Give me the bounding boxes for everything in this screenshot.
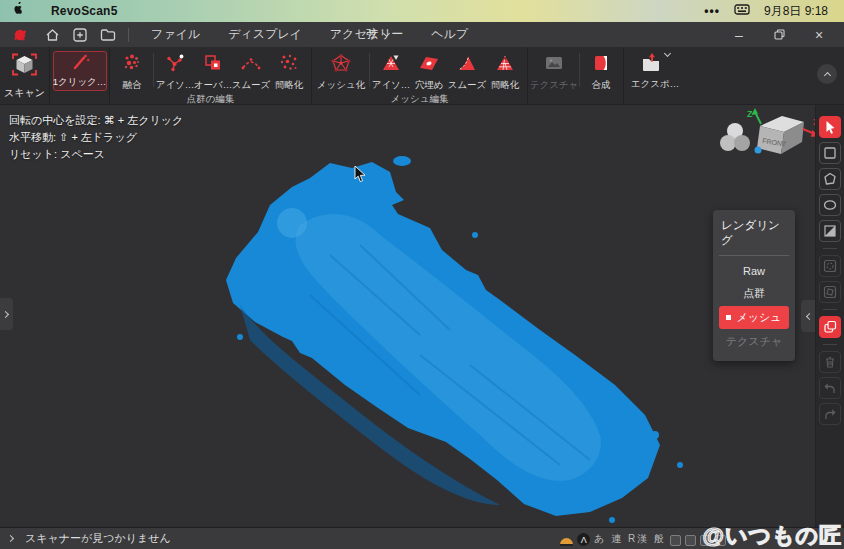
ime-toolbar[interactable]: Λ あ 連 R漢 般 <box>560 532 726 546</box>
open-project-button[interactable] <box>98 26 118 44</box>
selected-square-icon <box>726 315 731 320</box>
fuse-button-label: 融合 <box>123 79 142 92</box>
texture-button: テクスチャ <box>531 47 577 92</box>
simplify-mesh-button[interactable]: 簡略化 <box>486 47 524 92</box>
select-ellipse-button[interactable] <box>819 194 841 216</box>
mesh-create-icon <box>330 53 352 77</box>
isolation-mesh-icon <box>380 53 402 77</box>
scan-mesh-model[interactable] <box>0 105 815 527</box>
isolation-mesh-button[interactable]: アイソ… <box>372 47 410 92</box>
collapse-toolbar-button[interactable] <box>817 64 837 84</box>
menu-help[interactable]: ヘルプ <box>417 26 482 43</box>
sidebar-divider <box>823 309 837 310</box>
restore-button[interactable] <box>766 25 792 45</box>
undo-button <box>819 377 841 399</box>
isolation-points-button[interactable]: アイソ… <box>156 47 194 92</box>
window-controls: – × <box>726 25 832 45</box>
chevron-down-icon <box>664 50 671 57</box>
ime-dome-icon <box>560 538 573 546</box>
keyboard-status-icon[interactable] <box>734 4 750 18</box>
export-button[interactable]: エクスポ… <box>624 47 686 104</box>
toolbar-divider <box>153 53 154 87</box>
cursor-pointer-icon <box>354 166 366 183</box>
watermark-text: @いつもの匠 <box>702 521 842 549</box>
transform-button <box>819 281 841 303</box>
mesh-create-button[interactable]: メッシュ化 <box>315 47 367 92</box>
macos-menubar: RevoScan5 ••• 9月8日 9:18 <box>0 0 844 22</box>
texture-icon <box>543 53 565 77</box>
chevron-right-icon[interactable] <box>7 535 14 542</box>
point-cloud-group: 融合 アイソ… オーバ… <box>110 47 312 104</box>
chevron-up-icon <box>823 72 830 79</box>
menu-file[interactable]: ファイル <box>137 26 214 43</box>
smooth-points-button[interactable]: スムーズ <box>232 47 270 92</box>
select-cursor-icon <box>822 119 838 135</box>
render-option-mesh-label: メッシュ <box>736 310 781 325</box>
one-click-button[interactable]: 1クリック… <box>53 51 107 91</box>
menu-display[interactable]: ディスプレイ <box>214 26 316 43</box>
duplicate-button[interactable] <box>819 316 841 338</box>
select-rectangle-button[interactable] <box>819 142 841 164</box>
render-option-raw[interactable]: Raw <box>719 261 789 281</box>
fill-holes-icon <box>418 53 440 77</box>
render-option-texture: テクスチャ <box>719 330 789 353</box>
left-panel-expand-tab[interactable] <box>0 298 13 330</box>
fuse-points-icon <box>121 53 143 77</box>
overlap-button-label: オーバ… <box>194 79 232 92</box>
selection-sidebar <box>815 105 844 527</box>
texture-button-label: テクスチャ <box>530 79 579 92</box>
isolation-points-icon <box>164 53 186 77</box>
delete-icon <box>822 354 838 370</box>
deselect-icon <box>822 258 838 274</box>
export-button-label: エクスポ… <box>631 78 679 91</box>
home-button[interactable] <box>42 26 62 44</box>
select-polygon-icon <box>822 171 838 187</box>
render-option-pointcloud[interactable]: 点群 <box>719 282 789 305</box>
mesh-create-label: メッシュ化 <box>317 79 365 92</box>
fill-holes-button[interactable]: 穴埋め <box>410 47 448 92</box>
project-tab[interactable]: 弦 <box>366 26 389 43</box>
viewport-hints: 回転の中心を設定: ⌘ + 左クリック 水平移動: ⇧ + 左ドラッグ リセット… <box>9 112 183 163</box>
menubar-clock[interactable]: 9月8日 9:18 <box>764 3 828 20</box>
chevron-down-icon <box>383 30 390 37</box>
smooth-points-icon <box>240 53 262 77</box>
smooth-mesh-label: スムーズ <box>448 79 487 92</box>
scan-button[interactable]: スキャン <box>0 47 50 104</box>
select-polygon-button[interactable] <box>819 168 841 190</box>
simplify-points-button[interactable]: 簡略化 <box>270 47 308 92</box>
smooth-points-label: スムーズ <box>232 79 271 92</box>
render-option-mesh[interactable]: メッシュ <box>719 306 789 329</box>
nav-cube[interactable]: FRONT Z X <box>746 108 815 166</box>
simplify-points-label: 簡略化 <box>275 79 304 92</box>
invert-selection-button[interactable] <box>819 220 841 242</box>
hint-rotate: 回転の中心を設定: ⌘ + 左クリック <box>9 112 183 129</box>
minimize-button[interactable]: – <box>726 25 752 45</box>
rendering-panel: レンダリング Raw 点群 メッシュ テクスチャ <box>713 210 795 361</box>
select-cursor-button[interactable] <box>819 116 841 138</box>
chevron-left-icon <box>805 312 812 319</box>
fuse-button[interactable]: 融合 <box>113 47 151 92</box>
ime-mode-text: あ 連 R漢 般 <box>594 532 666 546</box>
ime-tool-icon[interactable] <box>670 535 681 546</box>
magic-wand-icon <box>69 53 91 75</box>
chevron-right-icon <box>2 310 9 317</box>
3d-viewport[interactable]: 回転の中心を設定: ⌘ + 左クリック 水平移動: ⇧ + 左ドラッグ リセット… <box>0 105 815 527</box>
new-project-button[interactable] <box>70 26 90 44</box>
merge-button[interactable]: 合成 <box>582 47 620 92</box>
overlap-button[interactable]: オーバ… <box>194 47 232 92</box>
smooth-mesh-button[interactable]: スムーズ <box>448 47 486 92</box>
revoscan-window: RevoScan5 ••• 9月8日 9:18 ファイル ディスプレイ アクセ <box>0 0 844 549</box>
menubar-more-icon[interactable]: ••• <box>704 4 720 18</box>
redo-button <box>819 403 841 425</box>
menubar-app-name[interactable]: RevoScan5 <box>51 4 118 18</box>
nav-cube-x-label: X <box>813 117 815 127</box>
project-name: 弦 <box>366 26 378 43</box>
app-menus: ファイル ディスプレイ アクセサリー ヘルプ <box>137 26 482 43</box>
render-panel-collapse-tab[interactable] <box>801 300 815 332</box>
ime-tool-icon[interactable] <box>685 535 696 546</box>
texture-group: テクスチャ 合成 <box>528 47 624 104</box>
close-button[interactable]: × <box>806 25 832 45</box>
simplify-mesh-label: 簡略化 <box>491 79 520 92</box>
hint-reset: リセット: スペース <box>9 146 183 163</box>
apple-menu-icon[interactable] <box>12 2 25 20</box>
